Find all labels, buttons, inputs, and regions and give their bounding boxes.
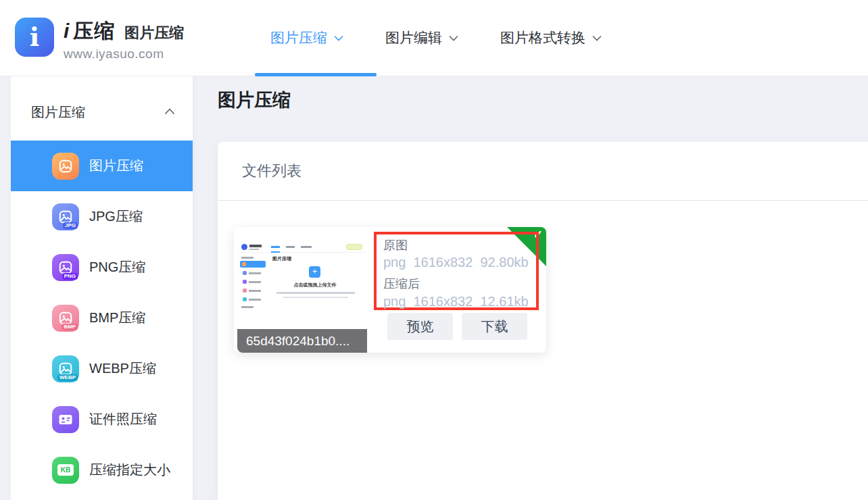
chevron-down-icon — [592, 35, 602, 41]
brand-logo[interactable]: i i 压缩 图片压缩 www.iyasuo.com — [15, 18, 184, 61]
file-list-panel: 文件列表 ✓ — [218, 142, 868, 500]
brand-text-block: i 压缩 图片压缩 www.iyasuo.com — [64, 18, 184, 61]
file-card: ✓ 图片压缩 — [234, 227, 546, 353]
compressed-label: 压缩后 — [383, 276, 536, 292]
bmp-compress-icon: BMP — [52, 305, 79, 332]
logo-letter: i — [30, 24, 39, 50]
compressed-info: png 1616x832 12.61kb — [383, 293, 536, 310]
sidebar-item-webp-compress[interactable]: WEBP WEBP压缩 — [11, 343, 193, 394]
mini-plus-icon: + — [309, 266, 320, 278]
sidebar: 图片压缩 图片压缩 JPG JPG压缩 PNG — [11, 76, 193, 500]
app-screen: i i 压缩 图片压缩 www.iyasuo.com 图片压缩 图片编辑 — [0, 0, 868, 500]
file-name-label: 65d43f024b1b0.... — [237, 329, 367, 353]
chevron-down-icon — [449, 35, 458, 41]
compression-info-highlight: 原图 png 1616x832 92.80kb 压缩后 png 1616x832… — [374, 232, 539, 310]
chevron-up-icon — [164, 108, 174, 114]
sidebar-item-compress-to-size[interactable]: KB 压缩指定大小 — [11, 445, 193, 495]
sidebar-item-bmp-compress[interactable]: BMP BMP压缩 — [11, 293, 193, 343]
original-label: 原图 — [383, 237, 536, 253]
sidebar-group-title: 图片压缩 — [31, 103, 85, 122]
sidebar-item-label: WEBP压缩 — [89, 359, 156, 378]
nav-item-image-edit[interactable]: 图片编辑 — [385, 28, 458, 47]
mini-header — [239, 242, 366, 253]
file-list-panel-header: 文件列表 — [218, 142, 868, 201]
nav-item-format-convert[interactable]: 图片格式转换 — [500, 28, 602, 47]
webp-compress-icon: WEBP — [52, 355, 79, 382]
brand-product: 图片压缩 — [124, 23, 184, 43]
mini-page-title: 图片压缩 — [272, 256, 291, 261]
icon-badge: PNG — [62, 273, 78, 280]
kb-size-icon: KB — [52, 457, 79, 484]
brand-name: 压缩 — [73, 18, 115, 45]
kb-glyph: KB — [57, 464, 74, 476]
sidebar-item-label: 证件照压缩 — [89, 410, 157, 428]
download-button[interactable]: 下载 — [462, 313, 527, 340]
original-info: png 1616x832 92.80kb — [383, 253, 536, 271]
mini-upload-text: 点击或拖拽上传文件 — [272, 282, 358, 287]
chevron-down-icon — [334, 35, 343, 41]
preview-button[interactable]: 预览 — [387, 313, 453, 340]
nav-item-image-compress[interactable]: 图片压缩 — [270, 28, 343, 47]
file-list-title: 文件列表 — [242, 161, 302, 181]
jpg-compress-icon: JPG — [52, 203, 79, 230]
nav-item-label: 图片压缩 — [270, 28, 327, 47]
nav-item-label: 图片格式转换 — [500, 28, 585, 47]
top-header: i i 压缩 图片压缩 www.iyasuo.com 图片压缩 图片编辑 — [0, 0, 868, 76]
icon-badge: BMP — [62, 324, 78, 330]
icon-badge: WEBP — [57, 374, 78, 381]
sidebar-item-label: BMP压缩 — [89, 309, 145, 327]
brand-logo-icon: i — [15, 18, 54, 57]
file-thumbnail[interactable]: 图片压缩 + 点击或拖拽上传文件 65d43f024b1b0.... — [237, 231, 367, 353]
sidebar-item-id-photo-compress[interactable]: 证件照压缩 — [11, 394, 193, 445]
sidebar-item-jpg-compress[interactable]: JPG JPG压缩 — [11, 191, 193, 242]
sidebar-group-header[interactable]: 图片压缩 — [11, 76, 193, 141]
png-compress-icon: PNG — [52, 254, 79, 281]
sidebar-item-png-compress[interactable]: PNG PNG压缩 — [11, 242, 193, 293]
id-photo-icon — [52, 406, 79, 433]
image-compress-icon — [52, 153, 79, 180]
nav-item-label: 图片编辑 — [385, 28, 442, 47]
brand-url: www.iyasuo.com — [64, 47, 184, 61]
sidebar-item-label: 压缩指定大小 — [89, 461, 170, 479]
brand-name-i: i — [64, 20, 69, 43]
page-title: 图片压缩 — [218, 88, 291, 112]
sidebar-item-label: JPG压缩 — [89, 207, 143, 226]
sidebar-item-label: PNG压缩 — [89, 258, 145, 276]
main-nav: 图片压缩 图片编辑 图片格式转换 — [270, 0, 644, 76]
active-nav-underline — [255, 73, 377, 76]
sidebar-item-image-compress[interactable]: 图片压缩 — [11, 141, 193, 191]
icon-badge: JPG — [63, 222, 78, 229]
thumbnail-image: 图片压缩 + 点击或拖拽上传文件 — [239, 242, 366, 309]
sidebar-item-label: 图片压缩 — [89, 157, 143, 175]
